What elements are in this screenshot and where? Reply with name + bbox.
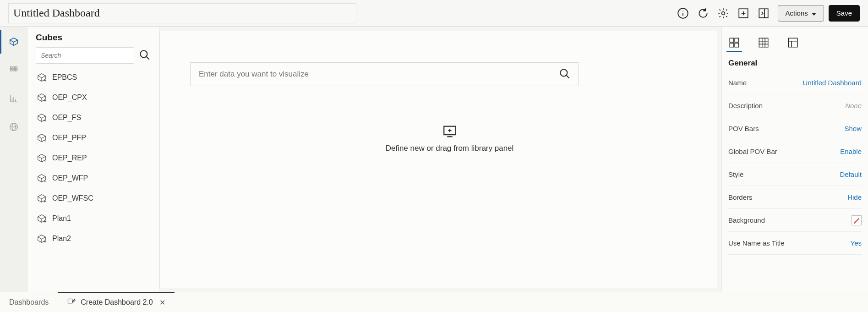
- prop-label: Style: [728, 170, 743, 178]
- svg-marker-9: [812, 13, 816, 16]
- tab-layout-icon[interactable]: [758, 33, 770, 52]
- footer-tab-label: Dashboards: [9, 298, 49, 307]
- left-rail: [0, 27, 27, 292]
- footer-tab-create-dashboard[interactable]: Create Dashboard 2.0 ✕: [58, 292, 174, 312]
- svg-rect-72: [730, 43, 734, 47]
- header-icon-group: [677, 7, 770, 19]
- dashboard-title-input[interactable]: [8, 3, 356, 23]
- svg-marker-40: [38, 134, 46, 138]
- rail-cubes-icon[interactable]: [0, 33, 27, 50]
- prop-value-global-pov[interactable]: Enable: [840, 148, 862, 155]
- svg-rect-13: [13, 67, 15, 69]
- toggle-panel-icon[interactable]: [758, 7, 770, 19]
- svg-rect-70: [730, 38, 734, 42]
- prop-row-pov-bars: POV Bars Show: [728, 117, 862, 140]
- add-monitor-icon: [442, 124, 458, 139]
- svg-marker-44: [38, 154, 46, 159]
- prop-value-use-name-as-title[interactable]: Yes: [851, 239, 862, 247]
- properties-panel: General Name Untitled Dashboard Descript…: [721, 27, 868, 292]
- caret-down-icon: [812, 9, 816, 17]
- cubes-search-input[interactable]: [36, 47, 134, 64]
- cube-list: EPBCS OEP_CPX OEP_FS OEP_PFP OEP_REP: [36, 69, 151, 247]
- properties-section-title: General: [722, 52, 868, 71]
- cube-item[interactable]: Plan2: [36, 230, 151, 247]
- settings-gear-icon[interactable]: [717, 7, 729, 19]
- cube-item[interactable]: OEP_WFP: [36, 170, 151, 186]
- prop-label: POV Bars: [728, 125, 759, 132]
- svg-marker-36: [38, 114, 46, 118]
- cube-item[interactable]: OEP_PFP: [36, 130, 151, 146]
- svg-point-2: [682, 11, 683, 11]
- tab-associations-icon[interactable]: [787, 33, 799, 52]
- prop-row-style: Style Default: [728, 163, 862, 186]
- properties-tabs: [722, 27, 868, 52]
- svg-rect-16: [13, 69, 15, 71]
- svg-point-64: [560, 69, 567, 76]
- prop-value-pov-bars[interactable]: Show: [844, 125, 862, 132]
- svg-marker-10: [10, 38, 17, 42]
- svg-rect-79: [788, 38, 797, 47]
- svg-rect-73: [735, 43, 739, 47]
- prop-label: Background: [728, 216, 765, 224]
- svg-marker-56: [38, 215, 46, 219]
- cubes-panel-title: Cubes: [36, 33, 151, 43]
- cube-item-label: OEP_WFSC: [52, 194, 93, 203]
- footer-tab-dashboards[interactable]: Dashboards: [0, 292, 58, 312]
- prop-row-description: Description None: [728, 94, 862, 117]
- background-color-swatch[interactable]: [852, 215, 862, 225]
- svg-point-3: [721, 11, 725, 15]
- svg-marker-32: [38, 94, 46, 98]
- cube-item-label: OEP_REP: [52, 154, 87, 162]
- svg-point-26: [140, 50, 147, 57]
- cube-item-label: OEP_PFP: [52, 134, 86, 142]
- add-panel-icon[interactable]: [737, 7, 749, 19]
- footer-tabs: Dashboards Create Dashboard 2.0 ✕: [0, 292, 868, 312]
- search-icon[interactable]: [139, 49, 151, 62]
- cube-item[interactable]: Plan1: [36, 210, 151, 227]
- prop-value-name[interactable]: Untitled Dashboard: [803, 79, 862, 87]
- prop-label: Use Name as Title: [728, 239, 785, 247]
- canvas-dropzone[interactable]: Define new or drag from library panel: [190, 124, 709, 153]
- cube-item[interactable]: OEP_FS: [36, 109, 151, 126]
- prop-label: Borders: [728, 193, 753, 201]
- svg-rect-12: [10, 67, 12, 69]
- prop-value-style[interactable]: Default: [840, 170, 862, 178]
- prop-row-use-name-as-title: Use Name as Title Yes: [728, 232, 862, 255]
- cube-item[interactable]: OEP_CPX: [36, 89, 151, 106]
- svg-marker-48: [38, 175, 46, 179]
- cube-item-label: OEP_WFP: [52, 174, 88, 182]
- svg-rect-15: [10, 69, 12, 71]
- rail-globe-icon[interactable]: [0, 119, 27, 135]
- prop-value-description[interactable]: None: [845, 102, 862, 109]
- prop-value-borders[interactable]: Hide: [847, 193, 862, 201]
- prop-label: Name: [728, 79, 747, 87]
- cube-item-label: EPBCS: [52, 73, 77, 82]
- svg-rect-82: [68, 299, 72, 303]
- svg-rect-74: [759, 38, 768, 47]
- actions-button-label: Actions: [786, 9, 808, 17]
- visualize-search-box[interactable]: [190, 62, 579, 86]
- svg-marker-60: [38, 235, 46, 239]
- save-button[interactable]: Save: [829, 5, 860, 22]
- cube-item-label: Plan2: [52, 235, 71, 243]
- rail-forms-icon[interactable]: [0, 62, 27, 78]
- svg-line-27: [146, 56, 149, 60]
- rail-chart-icon[interactable]: [0, 90, 27, 107]
- actions-button[interactable]: Actions: [778, 5, 824, 22]
- prop-row-global-pov: Global POV Bar Enable: [728, 140, 862, 163]
- cube-item[interactable]: OEP_WFSC: [36, 190, 151, 207]
- close-icon[interactable]: ✕: [159, 298, 165, 307]
- svg-rect-14: [15, 67, 17, 69]
- tab-general-icon[interactable]: [728, 33, 740, 52]
- edit-dashboard-icon: [67, 298, 76, 307]
- svg-marker-52: [38, 195, 46, 199]
- search-icon[interactable]: [559, 68, 571, 81]
- cube-item[interactable]: EPBCS: [36, 69, 151, 86]
- info-icon[interactable]: [677, 7, 689, 19]
- cube-item-label: OEP_CPX: [52, 93, 87, 102]
- cubes-panel: Cubes EPBCS OEP_CPX OEP_: [27, 27, 159, 292]
- visualize-search-input[interactable]: [198, 69, 559, 79]
- cube-item[interactable]: OEP_REP: [36, 150, 151, 166]
- refresh-icon[interactable]: [697, 7, 709, 19]
- dashboard-canvas: Define new or drag from library panel: [159, 31, 718, 288]
